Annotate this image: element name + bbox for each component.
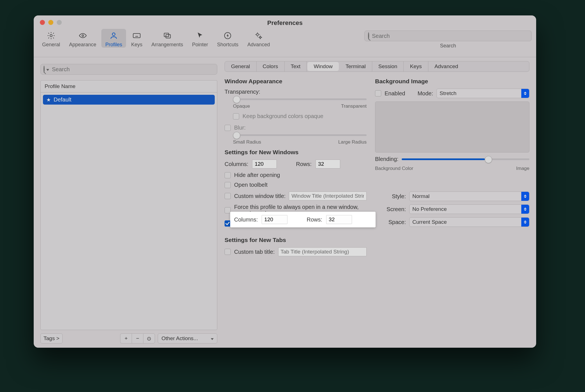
- style-label: Style:: [375, 193, 406, 200]
- space-label: Space:: [375, 219, 406, 225]
- add-profile-button[interactable]: +: [120, 333, 132, 343]
- screen-popup[interactable]: No Preference: [409, 204, 529, 214]
- section-new-windows: Settings for New Windows: [225, 149, 367, 156]
- popup-arrows-icon: [521, 192, 529, 201]
- svg-rect-4: [164, 33, 168, 37]
- title-bar: Preferences: [34, 15, 536, 29]
- rows-input[interactable]: [316, 160, 340, 169]
- toolbar-item-advanced[interactable]: Advanced: [243, 29, 274, 48]
- tags-button[interactable]: Tags >: [40, 333, 63, 343]
- transparency-min-label: Opaque: [233, 103, 250, 109]
- blur-checkbox[interactable]: [225, 125, 231, 131]
- profile-tabs: General Colors Text Window Terminal Sess…: [225, 61, 529, 72]
- transparency-max-label: Transparent: [341, 103, 367, 109]
- columns-input-hl[interactable]: [262, 215, 287, 224]
- bg-image-well[interactable]: [375, 102, 529, 153]
- profile-search-field[interactable]: [40, 64, 217, 75]
- custom-window-title-input[interactable]: [289, 192, 367, 200]
- close-window-button[interactable]: [40, 20, 45, 25]
- transparency-slider[interactable]: [233, 98, 367, 100]
- svg-rect-5: [166, 34, 170, 38]
- toolbar-item-profiles[interactable]: Profiles: [101, 29, 126, 48]
- open-toolbelt-checkbox[interactable]: [225, 182, 231, 188]
- profile-detail-panel: General Colors Text Window Terminal Sess…: [222, 57, 536, 348]
- zoom-window-button[interactable]: [57, 20, 62, 25]
- remove-profile-button[interactable]: −: [132, 333, 143, 343]
- chevron-down-icon: [211, 338, 214, 340]
- toolbar-item-keys[interactable]: Keys: [127, 29, 146, 48]
- highlight-columns-rows: Columns: Rows:: [230, 212, 376, 227]
- blending-label: Blending:: [375, 156, 398, 162]
- profiles-sidebar: Profile Name ★ Default Tags > + − ⊙ Ot: [34, 57, 222, 348]
- cursor-icon: [196, 30, 204, 41]
- rows-label: Rows:: [296, 161, 312, 167]
- window-title: Preferences: [34, 18, 536, 27]
- toolbar-item-arrangements[interactable]: Arrangements: [147, 29, 187, 48]
- bg-enabled-checkbox[interactable]: [375, 90, 381, 96]
- tab-colors[interactable]: Colors: [257, 61, 285, 72]
- custom-window-title-label: Custom window title:: [234, 193, 285, 199]
- blending-min-label: Background Color: [375, 166, 413, 171]
- rows-input-hl[interactable]: [326, 215, 352, 224]
- more-profile-button[interactable]: ⊙: [143, 333, 155, 343]
- force-new-window-checkbox[interactable]: [225, 207, 231, 213]
- toolbar-search-label: Search: [440, 43, 456, 49]
- window-controls: [40, 20, 62, 25]
- profile-list-header: Profile Name: [41, 80, 217, 93]
- use-transparency-checkbox[interactable]: [225, 220, 231, 227]
- add-remove-more-segment: + − ⊙: [120, 333, 155, 343]
- toolbar-search: Search: [364, 29, 532, 49]
- space-popup[interactable]: Current Space: [409, 217, 529, 227]
- columns-label: Columns:: [225, 161, 248, 167]
- star-icon: ★: [46, 97, 51, 103]
- svg-point-7: [257, 34, 259, 36]
- svg-point-1: [82, 35, 83, 36]
- custom-tab-title-label: Custom tab title:: [234, 249, 275, 255]
- blending-slider[interactable]: [402, 158, 529, 160]
- hide-after-opening-checkbox[interactable]: [225, 172, 231, 178]
- toolbar-item-shortcuts[interactable]: Shortcuts: [213, 29, 242, 48]
- minimize-window-button[interactable]: [48, 20, 53, 25]
- profile-item-default[interactable]: ★ Default: [43, 95, 215, 105]
- popup-arrows-icon: [521, 89, 529, 98]
- toolbar-item-general[interactable]: General: [38, 29, 64, 48]
- search-icon: [44, 66, 45, 73]
- transparency-label: Transparency:: [225, 89, 260, 95]
- keep-bg-opaque-label: Keep background colors opaque: [243, 113, 323, 119]
- tab-window[interactable]: Window: [307, 62, 339, 71]
- section-window-appearance: Window Appearance: [225, 78, 367, 85]
- search-icon: [368, 33, 369, 39]
- profile-item-label: Default: [54, 96, 71, 103]
- custom-tab-title-input[interactable]: [278, 247, 367, 256]
- tab-session[interactable]: Session: [372, 61, 404, 72]
- blur-label: Blur:: [234, 124, 246, 131]
- section-background-image: Background Image: [375, 78, 529, 85]
- toolbar-search-input[interactable]: [371, 33, 528, 40]
- popup-arrows-icon: [521, 205, 529, 214]
- tab-advanced[interactable]: Advanced: [428, 61, 465, 72]
- tab-text[interactable]: Text: [285, 61, 307, 72]
- rows-label-hl: Rows:: [307, 216, 322, 223]
- toolbar-item-pointer[interactable]: Pointer: [188, 29, 212, 48]
- profile-search-input[interactable]: [51, 66, 214, 73]
- custom-window-title-checkbox[interactable]: [225, 193, 231, 199]
- columns-input[interactable]: [252, 160, 277, 169]
- person-icon: [109, 30, 118, 41]
- open-toolbelt-label: Open toolbelt: [234, 182, 268, 188]
- chevron-down-icon: [46, 69, 49, 71]
- toolbar-item-appearance[interactable]: Appearance: [65, 29, 100, 48]
- screen-label: Screen:: [375, 206, 406, 213]
- svg-point-2: [112, 33, 115, 36]
- toolbar-search-field[interactable]: [364, 31, 532, 41]
- style-popup[interactable]: Normal: [409, 192, 529, 201]
- other-actions-popup[interactable]: Other Actions...: [158, 333, 217, 343]
- tab-terminal[interactable]: Terminal: [339, 61, 372, 72]
- gears-icon: [254, 30, 263, 41]
- tab-general[interactable]: General: [225, 61, 257, 72]
- bg-mode-popup[interactable]: Stretch: [437, 89, 529, 98]
- blur-max-label: Large Radius: [338, 139, 367, 145]
- svg-rect-3: [133, 34, 140, 38]
- section-new-tabs: Settings for New Tabs: [225, 237, 367, 243]
- custom-tab-title-checkbox[interactable]: [225, 249, 231, 255]
- tab-keys[interactable]: Keys: [404, 61, 428, 72]
